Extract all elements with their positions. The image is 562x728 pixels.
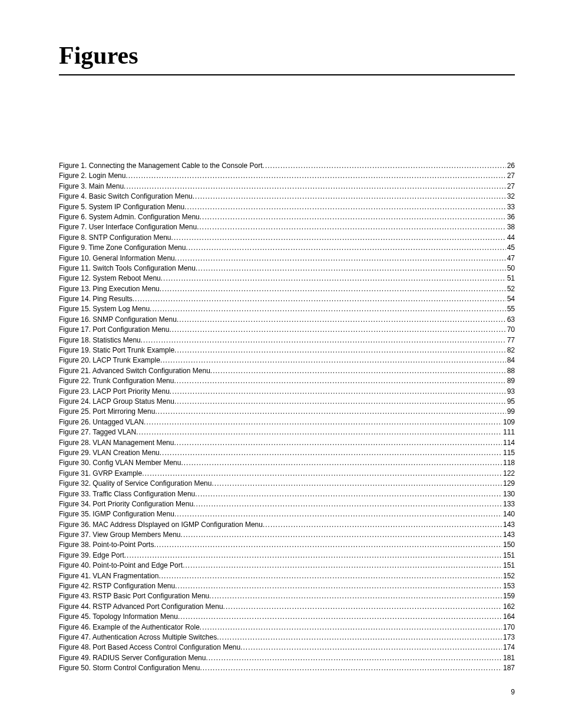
figure-page: 93 [506, 387, 515, 397]
leader-dots [160, 284, 506, 294]
figure-page: 129 [502, 479, 515, 489]
leader-dots [174, 376, 505, 386]
figure-label: Figure 33. Traffic Class Configuration M… [59, 489, 195, 499]
figure-page: 118 [502, 458, 515, 468]
leader-dots [142, 469, 502, 479]
leader-dots [175, 581, 502, 591]
leader-dots [196, 263, 506, 274]
figure-entry: Figure 50. Storm Control Configuration M… [59, 663, 515, 673]
figure-entry: Figure 11. Switch Tools Configuration Me… [59, 263, 515, 274]
figure-page: 27 [506, 171, 515, 181]
figure-entry: Figure 33. Traffic Class Configuration M… [59, 489, 515, 499]
figure-entry: Figure 23. LACP Port Priority Menu 93 [59, 387, 515, 397]
figure-entry: Figure 20. LACP Trunk Example 84 [59, 355, 515, 365]
figure-label: Figure 3. Main Menu [59, 182, 124, 192]
leader-dots [210, 366, 506, 376]
figure-label: Figure 38. Point-to-Point Ports [59, 540, 154, 550]
leader-dots [211, 479, 502, 489]
figure-label: Figure 46. Example of the Authenticator … [59, 622, 200, 633]
figure-label: Figure 48. Port Based Access Control Con… [59, 643, 240, 653]
title-rule [59, 74, 515, 75]
leader-dots [160, 355, 506, 365]
leader-dots [174, 345, 506, 355]
leader-dots [209, 591, 502, 601]
leader-dots [263, 520, 502, 530]
figure-page: 36 [506, 212, 515, 222]
figure-page: 140 [502, 509, 515, 519]
figure-label: Figure 7. User Interface Configuration M… [59, 222, 197, 232]
leader-dots [195, 489, 502, 499]
figure-page: 44 [506, 233, 515, 243]
figure-label: Figure 30. Config VLAN Member Menu [59, 458, 181, 468]
figure-page: 84 [506, 355, 515, 365]
leader-dots [144, 417, 502, 427]
figure-entry: Figure 41. VLAN Fragmentation 152 [59, 571, 515, 581]
figure-page: 181 [502, 653, 515, 663]
figure-entry: Figure 9. Time Zone Configuration Menu 4… [59, 243, 515, 253]
figure-entry: Figure 15. System Log Menu 55 [59, 304, 515, 314]
figure-page: 170 [502, 622, 515, 633]
figure-label: Figure 13. Ping Execution Menu [59, 284, 160, 294]
figure-entry: Figure 12. System Reboot Menu 51 [59, 274, 515, 284]
figure-page: 150 [502, 540, 515, 550]
figure-entry: Figure 43. RSTP Basic Port Configuration… [59, 591, 515, 601]
figure-entry: Figure 16. SNMP Configuration Menu 63 [59, 315, 515, 325]
leader-dots [170, 387, 506, 397]
leader-dots [200, 212, 506, 222]
figure-page: 151 [502, 551, 515, 561]
figure-entry: Figure 31. GVRP Example 122 [59, 469, 515, 479]
leader-dots [171, 233, 506, 243]
figure-label: Figure 18. Statistics Menu [59, 335, 141, 345]
figure-label: Figure 6. System Admin. Configuration Me… [59, 212, 200, 222]
leader-dots [155, 407, 505, 417]
figure-label: Figure 47. Authentication Across Multipl… [59, 633, 217, 643]
figure-entry: Figure 27. Tagged VLAN 111 [59, 427, 515, 437]
figure-label: Figure 11. Switch Tools Configuration Me… [59, 263, 196, 274]
figure-label: Figure 12. System Reboot Menu [59, 274, 161, 284]
figure-entry: Figure 46. Example of the Authenticator … [59, 622, 515, 633]
figure-entry: Figure 24. LACP Group Status Menu 95 [59, 397, 515, 407]
leader-dots [177, 315, 506, 325]
figure-label: Figure 21. Advanced Switch Configuration… [59, 366, 210, 376]
figure-entry: Figure 37. View Group Members Menu 143 [59, 530, 515, 540]
figure-label: Figure 50. Storm Control Configuration M… [59, 663, 200, 673]
leader-dots [161, 274, 506, 284]
figure-label: Figure 34. Port Priority Configuration M… [59, 499, 193, 509]
figure-page: 174 [502, 643, 515, 653]
figure-page: 45 [506, 243, 515, 253]
figure-entry: Figure 19. Static Port Trunk Example 82 [59, 345, 515, 355]
figure-page: 54 [506, 294, 515, 304]
figure-label: Figure 1. Connecting the Management Cabl… [59, 161, 263, 171]
figure-page: 33 [506, 202, 515, 212]
figure-page: 109 [502, 417, 515, 427]
leader-dots [125, 171, 505, 181]
figure-label: Figure 5. System IP Configuration Menu [59, 202, 184, 212]
figure-label: Figure 2. Login Menu [59, 171, 125, 181]
figure-page: 151 [502, 561, 515, 571]
leader-dots [158, 571, 502, 581]
figure-label: Figure 49. RADIUS Server Configuration M… [59, 653, 206, 663]
figure-entry: Figure 3. Main Menu 27 [59, 182, 515, 192]
leader-dots [174, 397, 506, 407]
figure-page: 55 [506, 304, 515, 314]
leader-dots [141, 335, 506, 345]
leader-dots [183, 561, 502, 571]
figure-label: Figure 43. RSTP Basic Port Configuration… [59, 591, 209, 601]
leader-dots [174, 509, 502, 519]
figure-label: Figure 4. Basic Switch Configuration Men… [59, 192, 193, 202]
figure-page: 152 [502, 571, 515, 581]
page-container: Figures Figure 1. Connecting the Managem… [0, 0, 562, 720]
leader-dots [124, 551, 502, 561]
leader-dots [174, 438, 502, 448]
leader-dots [193, 499, 502, 509]
figure-page: 153 [502, 581, 515, 591]
figure-label: Figure 32. Quality of Service Configurat… [59, 479, 211, 489]
figure-page: 88 [506, 366, 515, 376]
figure-entry: Figure 39. Edge Port 151 [59, 551, 515, 561]
figure-entry: Figure 38. Point-to-Point Ports 150 [59, 540, 515, 550]
leader-dots [206, 653, 502, 663]
leader-dots [186, 243, 505, 253]
figure-label: Figure 19. Static Port Trunk Example [59, 345, 174, 355]
leader-dots [175, 253, 506, 263]
figure-entry: Figure 5. System IP Configuration Menu 3… [59, 202, 515, 212]
